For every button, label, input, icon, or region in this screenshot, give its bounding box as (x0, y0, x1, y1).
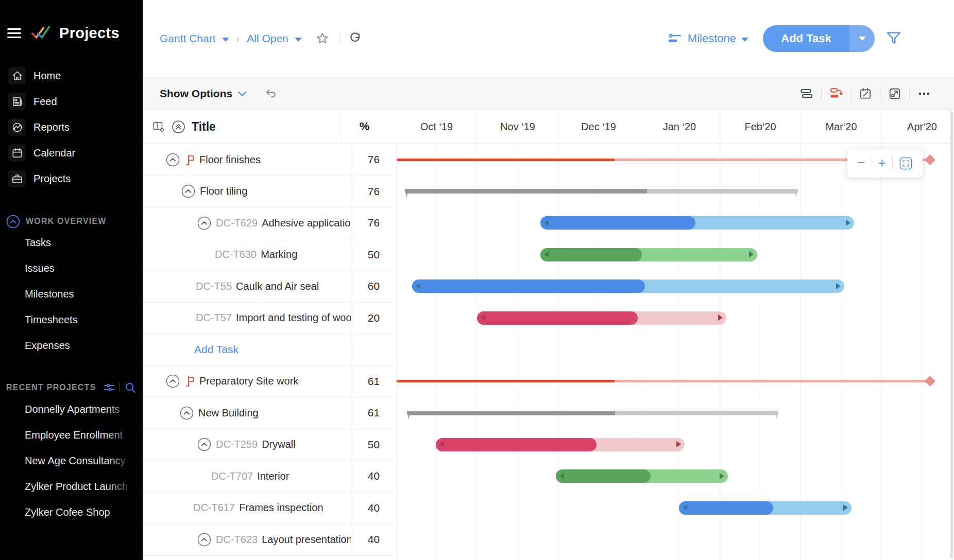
table-row[interactable]: DC-T630Marking50 (143, 239, 396, 271)
sidebar-item-expenses[interactable]: Expenses (0, 332, 143, 358)
bar-resize-left-icon[interactable] (416, 283, 420, 289)
bar-resize-left-icon[interactable] (559, 473, 564, 479)
fullscreen-expand-icon[interactable] (880, 87, 909, 100)
gantt-summary-bar[interactable] (647, 189, 798, 194)
sidebar-item-calendar[interactable]: Calendar (0, 140, 143, 166)
group-by-control[interactable]: Milestone (668, 31, 748, 46)
task-id: DC-T57 (196, 312, 232, 324)
milestone-diamond[interactable] (924, 154, 935, 165)
gantt-rows-view-icon[interactable] (792, 87, 821, 100)
add-task-dropdown-button[interactable] (849, 25, 875, 52)
row-collapse-toggle[interactable] (197, 437, 211, 451)
star-favorite-icon[interactable] (315, 31, 330, 46)
gantt-summary-bar[interactable] (615, 411, 778, 415)
table-row[interactable]: DC-T617Frames inspection40 (143, 493, 396, 524)
sidebar-item-issues[interactable]: Issues (0, 255, 143, 281)
gantt-summary-progress[interactable] (405, 189, 647, 194)
bar-resize-right-icon[interactable] (676, 441, 681, 447)
bar-resize-left-icon[interactable] (481, 314, 485, 321)
critical-path-icon[interactable] (822, 87, 850, 100)
sidebar-item-home[interactable]: Home (0, 63, 143, 89)
bar-resize-left-icon[interactable] (544, 220, 549, 226)
project-item[interactable]: New Age Consultancy (0, 448, 143, 474)
sidebar-item-timesheets[interactable]: Timesheets (0, 307, 143, 332)
add-task-link[interactable]: Add Task (194, 343, 238, 356)
task-title: Marking (261, 249, 297, 260)
project-item[interactable]: Employee Enrollment (0, 422, 143, 448)
row-collapse-toggle[interactable] (181, 184, 195, 198)
zoom-out-button[interactable]: − (857, 156, 865, 169)
show-options-dropdown[interactable]: Show Options (143, 87, 247, 100)
project-item[interactable]: Zylker Cofee Shop (0, 499, 143, 525)
row-collapse-toggle[interactable] (197, 533, 211, 547)
table-row[interactable]: Preparatory Site work61 (143, 366, 396, 398)
table-row[interactable]: Floor finishes76 (143, 144, 396, 176)
gantt-task-progress[interactable] (679, 501, 773, 515)
filter-funnel-icon[interactable] (885, 30, 902, 47)
gantt-task-progress[interactable] (412, 279, 645, 293)
table-row[interactable]: New Building61 (143, 397, 396, 429)
collapse-section-icon[interactable] (6, 215, 20, 229)
project-item[interactable]: Donnelly Apartments (0, 396, 143, 422)
table-row[interactable]: Floor tiling76 (143, 176, 396, 208)
task-title: Import and testing of woo.. (236, 312, 351, 324)
bar-resize-left-icon[interactable] (439, 441, 444, 447)
add-task-row[interactable]: Add Task (143, 334, 396, 366)
row-collapse-toggle[interactable] (180, 406, 194, 420)
sidebar-item-milestones[interactable]: Milestones (0, 281, 143, 307)
month-label: Apr‘20 (881, 110, 954, 144)
bar-resize-right-icon[interactable] (846, 220, 850, 226)
vertical-scrollbar[interactable] (950, 111, 953, 559)
gantt-task-progress[interactable] (540, 216, 695, 230)
add-task-button[interactable]: Add Task (763, 25, 849, 52)
sidebar-item-feed[interactable]: Feed (0, 89, 143, 114)
table-row[interactable]: DC-T55Caulk and Air seal60 (143, 271, 396, 303)
gantt-task-progress[interactable] (540, 248, 642, 261)
table-row[interactable]: DC-T629Adhesive application76 (143, 207, 396, 239)
row-collapse-toggle[interactable] (166, 153, 180, 167)
gantt-parent-line[interactable] (615, 380, 927, 382)
row-collapse-toggle[interactable] (197, 216, 211, 230)
filter-selector[interactable]: All Open (247, 32, 288, 45)
bar-resize-right-icon[interactable] (836, 283, 841, 289)
fit-to-screen-button[interactable] (899, 156, 913, 170)
undo-icon[interactable] (264, 87, 278, 100)
gantt-parent-line-progress[interactable] (397, 159, 615, 161)
zoom-in-button[interactable]: + (878, 156, 886, 169)
gantt-summary-progress[interactable] (407, 411, 615, 415)
bar-resize-left-icon[interactable] (683, 504, 687, 511)
hamburger-menu-icon[interactable] (7, 28, 21, 38)
table-row[interactable]: DC-T707Interior40 (143, 461, 396, 493)
view-selector[interactable]: Gantt Chart (160, 32, 216, 45)
gantt-toolbar: Show Options (143, 77, 954, 110)
work-overview-header[interactable]: WORK OVERVIEW (0, 213, 143, 230)
table-row[interactable]: DC-T259Drywall50 (143, 429, 396, 461)
task-id: DC-T630 (215, 249, 257, 260)
gantt-task-progress[interactable] (477, 311, 638, 325)
sidebar-item-projects[interactable]: Projects (0, 166, 143, 191)
chevron-down-icon[interactable] (222, 38, 229, 42)
sidebar-item-tasks[interactable]: Tasks (0, 230, 143, 255)
project-filter-icon[interactable] (103, 381, 115, 394)
gantt-task-progress[interactable] (436, 438, 597, 451)
gantt-task-progress[interactable] (556, 469, 651, 483)
milestone-diamond[interactable] (924, 376, 935, 387)
more-options-icon[interactable] (910, 87, 939, 100)
collapse-all-icon[interactable] (172, 120, 185, 134)
project-search-icon[interactable] (124, 381, 137, 394)
column-settings-icon[interactable] (152, 120, 165, 133)
bar-resize-left-icon[interactable] (544, 251, 549, 257)
sidebar-item-reports[interactable]: Reports (0, 114, 143, 140)
table-row[interactable]: DC-T623Layout presentation40 (143, 524, 396, 556)
table-row[interactable]: DC-T57Import and testing of woo..20 (143, 303, 396, 335)
bar-resize-right-icon[interactable] (749, 251, 754, 257)
exclude-days-calendar-icon[interactable] (851, 87, 880, 100)
chevron-down-icon[interactable] (295, 38, 302, 42)
row-collapse-toggle[interactable] (166, 374, 180, 388)
project-item[interactable]: Zylker Product Launch (0, 474, 143, 499)
bar-resize-right-icon[interactable] (720, 473, 724, 479)
bar-resize-right-icon[interactable] (718, 314, 723, 321)
refresh-icon[interactable] (349, 32, 362, 45)
bar-resize-right-icon[interactable] (843, 504, 848, 511)
gantt-parent-line-progress[interactable] (397, 380, 615, 382)
